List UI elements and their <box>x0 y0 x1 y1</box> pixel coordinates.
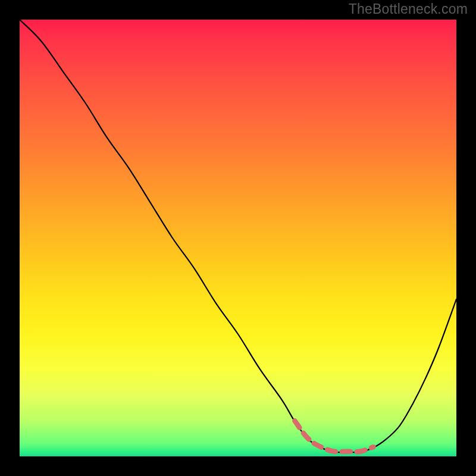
watermark-text: TheBottleneck.com <box>349 1 468 17</box>
bottleneck-curve-svg <box>20 20 456 456</box>
marker-dashes <box>295 421 373 452</box>
plot-area <box>20 20 456 456</box>
curve-path <box>20 20 456 452</box>
chart-frame: TheBottleneck.com <box>0 0 476 476</box>
